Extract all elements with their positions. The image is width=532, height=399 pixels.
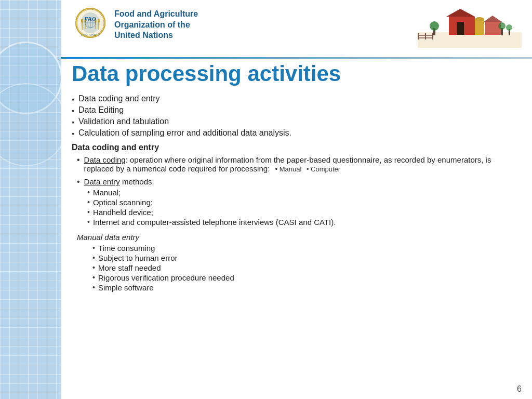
page-number: 6 bbox=[517, 384, 522, 394]
manual-item-3: More staff needed bbox=[92, 263, 522, 272]
org-name: Food and Agriculture Organization of the… bbox=[114, 9, 198, 41]
entry-sub-1: Manual; bbox=[87, 188, 522, 197]
svg-rect-34 bbox=[432, 33, 433, 39]
logo-area: FAO FIAT PANIS bbox=[72, 6, 198, 44]
manual-item-2: Subject to human error bbox=[92, 254, 522, 262]
manual-item-1: Time consuming bbox=[92, 244, 522, 252]
bullet-item-2: Data Editing bbox=[72, 105, 522, 115]
manual-title: Manual data entry bbox=[77, 233, 522, 242]
bullet-item-3: Validation and tabulation bbox=[72, 117, 522, 126]
circle-decoration-2 bbox=[0, 83, 61, 166]
entry-sub-2: Optical scanning; bbox=[87, 198, 522, 207]
svg-point-5 bbox=[81, 19, 83, 23]
manual-item-5: Simple software bbox=[92, 283, 522, 292]
fao-logo: FAO FIAT PANIS bbox=[72, 6, 109, 44]
manual-sub-list: Time consuming Subject to human error Mo… bbox=[92, 244, 522, 292]
manual-item-4: Rigorous verification procedure needed bbox=[92, 273, 522, 282]
left-strip bbox=[0, 0, 61, 399]
bullet-item-1: Data coding and entry bbox=[72, 94, 522, 103]
svg-point-31 bbox=[506, 24, 512, 31]
bullet-item-4: Calculation of sampling error and additi… bbox=[72, 128, 522, 138]
data-coding-text: Data coding: operation where original in… bbox=[84, 155, 522, 173]
header: FAO FIAT PANIS bbox=[61, 0, 532, 57]
entry-sub-4: Internet and computer-assisted telephone… bbox=[87, 218, 522, 227]
data-coding-item: Data coding: operation where original in… bbox=[77, 155, 522, 173]
svg-marker-25 bbox=[484, 16, 502, 22]
svg-rect-21 bbox=[457, 22, 464, 35]
main-content-area: FAO FIAT PANIS bbox=[61, 0, 532, 399]
inline-manual: Manual bbox=[275, 165, 301, 173]
slide: FAO FIAT PANIS bbox=[0, 0, 532, 399]
coding-dot-list: Data coding: operation where original in… bbox=[77, 155, 522, 173]
data-coding-section: Data coding: operation where original in… bbox=[77, 155, 522, 227]
svg-rect-22 bbox=[475, 19, 484, 35]
inline-computer: Computer bbox=[307, 165, 340, 173]
inline-bullets: Manual Computer bbox=[272, 165, 340, 173]
data-entry-suffix: methods: bbox=[120, 177, 154, 186]
content-body: Data coding and entry Data Editing Valid… bbox=[61, 94, 532, 292]
data-entry-label: Data entry bbox=[84, 177, 120, 186]
sub-entry-list: Manual; Optical scanning; Handheld devic… bbox=[87, 188, 522, 227]
org-line2: Organization of the bbox=[114, 20, 198, 31]
header-divider bbox=[61, 57, 532, 59]
main-bullet-list: Data coding and entry Data Editing Valid… bbox=[72, 94, 522, 138]
data-entry-section: Data entry methods: Manual; Optical scan… bbox=[77, 177, 522, 227]
svg-point-23 bbox=[475, 17, 484, 21]
svg-rect-32 bbox=[418, 33, 419, 39]
svg-marker-20 bbox=[446, 9, 475, 17]
data-entry-item: Data entry methods: bbox=[77, 177, 522, 187]
svg-rect-24 bbox=[485, 22, 501, 35]
manual-section: Manual data entry Time consuming Subject… bbox=[77, 233, 522, 292]
svg-point-29 bbox=[498, 22, 506, 30]
entry-sub-3: Handheld device; bbox=[87, 208, 522, 217]
data-entry-text: Data entry methods: bbox=[84, 177, 154, 186]
data-coding-label: Data coding bbox=[84, 155, 126, 164]
org-line1: Food and Agriculture bbox=[114, 9, 198, 20]
section-heading: Data coding and entry bbox=[72, 143, 522, 152]
svg-point-7 bbox=[98, 19, 100, 23]
data-entry-dot-list: Data entry methods: bbox=[77, 177, 522, 187]
svg-rect-33 bbox=[425, 33, 426, 39]
svg-point-27 bbox=[430, 21, 439, 31]
farm-illustration bbox=[418, 6, 522, 48]
page-title: Data processing activities bbox=[61, 62, 532, 91]
org-line3: United Nations bbox=[114, 30, 198, 41]
